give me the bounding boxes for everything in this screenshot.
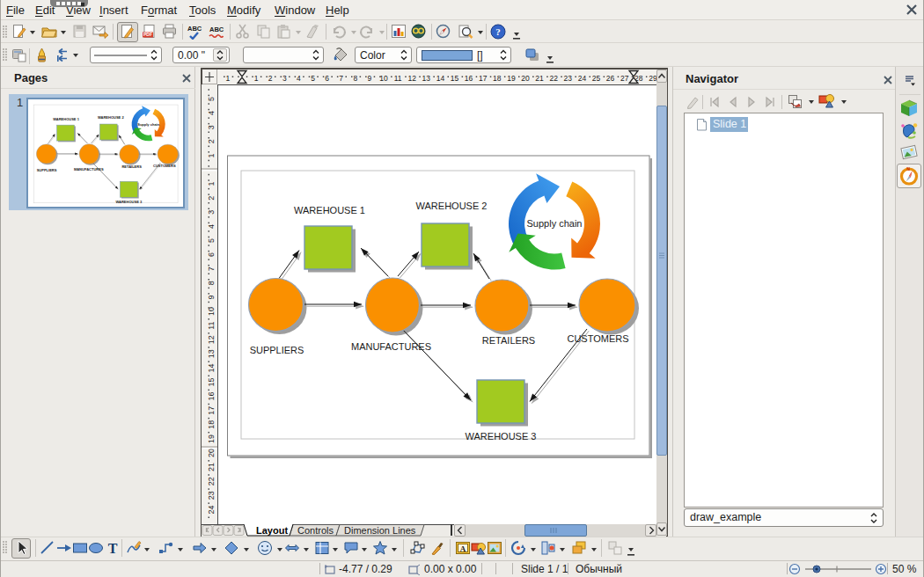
svg-text:WAREHOUSE 2: WAREHOUSE 2: [98, 115, 124, 120]
svg-text:26: 26: [606, 74, 615, 83]
svg-text:12: 12: [207, 335, 216, 344]
svg-text:3: 3: [282, 74, 287, 83]
svg-text:22: 22: [549, 74, 558, 83]
svg-text:1: 1: [207, 182, 216, 186]
svg-text:5: 5: [207, 97, 216, 101]
svg-text:24: 24: [207, 505, 216, 514]
svg-text:3: 3: [207, 125, 216, 129]
svg-text:5: 5: [207, 238, 216, 243]
svg-text:17: 17: [207, 406, 216, 415]
svg-text:17: 17: [479, 74, 488, 83]
svg-text:18: 18: [493, 74, 502, 83]
svg-text:10: 10: [379, 74, 388, 83]
svg-text:WAREHOUSE 1: WAREHOUSE 1: [53, 117, 79, 121]
svg-text:CUSTOMERS: CUSTOMERS: [567, 333, 628, 344]
svg-text:WAREHOUSE 3: WAREHOUSE 3: [466, 431, 537, 442]
svg-text:2: 2: [207, 139, 216, 143]
svg-text:20: 20: [521, 74, 530, 83]
svg-text:3: 3: [207, 210, 216, 215]
svg-text:Controls: Controls: [297, 525, 334, 536]
svg-text:WAREHOUSE 3: WAREHOUSE 3: [116, 200, 143, 204]
svg-text:9: 9: [368, 74, 372, 83]
svg-text:11: 11: [207, 321, 216, 329]
svg-text:5: 5: [311, 74, 315, 83]
svg-text:16: 16: [465, 74, 473, 83]
svg-text:14: 14: [436, 74, 445, 83]
svg-text:1: 1: [226, 74, 231, 83]
svg-text:CUSTOMERS: CUSTOMERS: [153, 164, 176, 168]
svg-text:13: 13: [422, 74, 431, 83]
svg-text:9: 9: [207, 295, 216, 299]
svg-text:23: 23: [207, 491, 216, 500]
svg-text:7: 7: [207, 267, 216, 271]
svg-text:27: 27: [620, 74, 629, 83]
svg-text:2: 2: [268, 74, 273, 83]
svg-text:1: 1: [207, 153, 216, 157]
svg-text:24: 24: [578, 74, 587, 83]
svg-text:12: 12: [407, 74, 416, 83]
svg-text:ABC: ABC: [187, 25, 202, 33]
svg-text:WAREHOUSE 1: WAREHOUSE 1: [294, 205, 365, 215]
svg-text:14: 14: [207, 363, 216, 372]
svg-text:RETAILERS: RETAILERS: [482, 335, 535, 346]
svg-text:ABC: ABC: [209, 26, 224, 33]
svg-text:4: 4: [297, 74, 301, 83]
svg-text:2: 2: [207, 196, 216, 201]
svg-text:1: 1: [254, 74, 259, 83]
svg-text:15: 15: [451, 74, 459, 83]
svg-text:15: 15: [207, 377, 216, 386]
svg-text:SUPPLIERS: SUPPLIERS: [250, 345, 304, 355]
svg-text:18: 18: [207, 420, 216, 429]
svg-text:T: T: [108, 541, 118, 556]
svg-text:Supply chain: Supply chain: [527, 218, 583, 229]
svg-text:19: 19: [207, 435, 216, 443]
svg-text:21: 21: [207, 463, 216, 471]
svg-text:Layout: Layout: [256, 525, 288, 536]
svg-text:N: N: [906, 166, 910, 172]
svg-text:23: 23: [564, 74, 573, 83]
svg-text:25: 25: [592, 74, 601, 83]
svg-text:Dimension Lines: Dimension Lines: [344, 525, 416, 536]
svg-text:8: 8: [207, 281, 216, 285]
svg-text:6: 6: [207, 252, 216, 257]
svg-text:13: 13: [207, 349, 216, 358]
svg-text:A: A: [460, 544, 466, 553]
svg-text:20: 20: [207, 449, 216, 457]
svg-text:21: 21: [535, 74, 544, 83]
svg-text:6: 6: [325, 74, 329, 83]
svg-text:19: 19: [507, 74, 516, 83]
svg-text:Supply chain: Supply chain: [137, 122, 160, 127]
svg-text:16: 16: [207, 392, 216, 401]
svg-text:WAREHOUSE 2: WAREHOUSE 2: [416, 201, 488, 211]
svg-text:MANUFACTURES: MANUFACTURES: [351, 341, 431, 352]
svg-text:RETAILERS: RETAILERS: [121, 164, 142, 169]
svg-text:4: 4: [207, 111, 216, 115]
svg-text:29: 29: [649, 74, 656, 83]
svg-text:SUPPLIERS: SUPPLIERS: [37, 168, 57, 172]
svg-text:MANUFACTURES: MANUFACTURES: [74, 167, 104, 172]
svg-text:22: 22: [207, 477, 216, 486]
svg-text:4: 4: [207, 224, 216, 229]
svg-text:11: 11: [394, 74, 402, 83]
svg-text:8: 8: [353, 74, 357, 83]
svg-text:7: 7: [339, 74, 343, 83]
svg-text:PDF: PDF: [143, 32, 152, 37]
svg-text:?: ?: [495, 26, 501, 37]
